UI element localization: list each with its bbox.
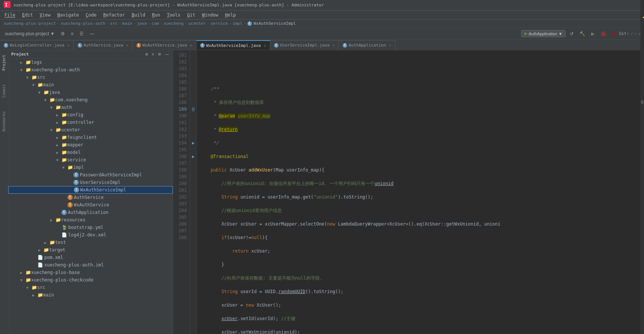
tree-auth-pkg[interactable]: ▼ 📁 auth bbox=[8, 104, 173, 111]
menu-build[interactable]: Build bbox=[129, 12, 148, 18]
tree-feignclient[interactable]: ▶ 📁 feignclient bbox=[8, 134, 173, 141]
bc-com[interactable]: com bbox=[151, 21, 159, 26]
menu-code[interactable]: Code bbox=[83, 12, 100, 18]
tab-authapplication[interactable]: C AuthApplication ✕ bbox=[339, 40, 395, 50]
tree-ucenter[interactable]: ▼ 📁 ucenter bbox=[8, 126, 173, 134]
tab-userserviceimpl[interactable]: C UserServiceImpl.java ✕ bbox=[270, 40, 339, 50]
sync-btn[interactable]: ⚙ bbox=[59, 30, 67, 38]
ln-182: 182 bbox=[176, 59, 187, 65]
tree-checkcode-main[interactable]: ▶ 📁 main bbox=[8, 291, 173, 299]
reload-btn[interactable]: ↺ bbox=[568, 30, 575, 38]
minimize-btn[interactable]: — bbox=[88, 30, 96, 38]
bc-service[interactable]: service bbox=[210, 21, 228, 26]
code-line-196: } bbox=[200, 261, 641, 268]
menu-tools[interactable]: Tools bbox=[164, 12, 183, 18]
tree-resources[interactable]: ▶ 📁 resources bbox=[8, 216, 173, 224]
tree-model[interactable]: ▶ 📁 model bbox=[8, 149, 173, 156]
menu-refactor[interactable]: Refactor bbox=[100, 12, 128, 18]
tree-target[interactable]: ▶ 📁 target bbox=[8, 246, 173, 254]
code-editor[interactable]: 181 182 183 184 185 186 187 188 189 190 … bbox=[173, 50, 644, 334]
gutter-198 bbox=[191, 167, 196, 173]
tree-java[interactable]: ▼ 📁 java bbox=[8, 89, 173, 96]
menu-view[interactable]: View bbox=[37, 12, 54, 18]
menu-git[interactable]: Git bbox=[184, 12, 198, 18]
code-area[interactable]: 181 182 183 184 185 186 187 188 189 190 … bbox=[173, 50, 644, 334]
tree-config[interactable]: ▶ 📁 config bbox=[8, 111, 173, 119]
menu-navigate[interactable]: Navigate bbox=[54, 12, 82, 18]
tree-passwordauthserviceimpl[interactable]: C PasswordAuthServiceImpl bbox=[8, 171, 173, 179]
tree-userserviceimpl[interactable]: C UserServiceImpl bbox=[8, 179, 173, 186]
tab-close-wxlogincontroller[interactable]: ✕ bbox=[67, 43, 70, 47]
bc-xuecheng[interactable]: xuecheng bbox=[164, 21, 184, 26]
scroll-thumb[interactable] bbox=[641, 100, 643, 104]
bc-project[interactable]: xuecheng-plus-project bbox=[4, 21, 56, 26]
run-btn[interactable]: ▶ bbox=[589, 30, 596, 38]
tree-checkcode-src[interactable]: ▼ 📁 src bbox=[8, 284, 173, 291]
project-panel-btn[interactable]: Project bbox=[1, 52, 7, 74]
tree-pom[interactable]: 📄 pom.xml bbox=[8, 254, 173, 261]
tree-mapper[interactable]: ▶ 📁 mapper bbox=[8, 141, 173, 149]
tab-close-authapplication[interactable]: ✕ bbox=[389, 43, 391, 47]
menu-edit[interactable]: Edit bbox=[19, 12, 36, 18]
debug-btn[interactable]: 🐞 bbox=[599, 30, 608, 38]
tree-logs[interactable]: ▶ 📁 logs bbox=[8, 59, 173, 66]
tab-close-userserviceimpl[interactable]: ✕ bbox=[332, 43, 335, 47]
bc-classname[interactable]: WxAuthServiceImpl bbox=[254, 21, 296, 26]
tab-wxauthservice[interactable]: I WxAuthService.java ✕ bbox=[133, 40, 196, 50]
bc-java[interactable]: java bbox=[137, 21, 147, 26]
tree-service[interactable]: ▼ 📁 service bbox=[8, 156, 173, 164]
bc-main[interactable]: main bbox=[122, 21, 132, 26]
tab-authservice[interactable]: C AuthService.java ✕ bbox=[74, 40, 133, 50]
folder-icon-checkcode-src: 📁 bbox=[31, 285, 37, 290]
code-line-184: * 保存用户信息到数据库 bbox=[200, 99, 641, 106]
tab-close-wxauthservice[interactable]: ✕ bbox=[190, 43, 192, 47]
code-content[interactable]: /** * 保存用户信息到数据库 * @param userInfo_map *… bbox=[197, 50, 644, 334]
scrollbar[interactable] bbox=[640, 50, 644, 334]
stop-btn[interactable]: ■ bbox=[610, 30, 617, 38]
arrow-ucenter: ▼ bbox=[50, 128, 55, 132]
tree-iml[interactable]: 📄 xuecheng-plus-auth.iml bbox=[8, 261, 173, 269]
menu-run[interactable]: Run bbox=[149, 12, 163, 18]
settings-btn[interactable]: ☰ bbox=[78, 30, 85, 38]
tree-auth-module[interactable]: ▼ 📁 xuecheng-plus-auth bbox=[8, 66, 173, 74]
tree-test[interactable]: ▶ 📁 test bbox=[8, 239, 173, 246]
menu-window[interactable]: Window bbox=[199, 12, 221, 18]
menu-file[interactable]: File bbox=[1, 12, 18, 18]
tab-wxauthserviceimpl[interactable]: C WxAuthServiceImpl.java ✕ bbox=[196, 40, 270, 50]
tree-main[interactable]: ▼ 📁 main bbox=[8, 81, 173, 89]
tree-log4j2[interactable]: 📄 log4j2-dev.xml bbox=[8, 231, 173, 239]
sidebar-collapse-btn[interactable]: ≡ bbox=[151, 52, 155, 57]
tree-controller[interactable]: ▶ 📁 controller bbox=[8, 119, 173, 126]
sidebar-settings-btn[interactable]: ⚙ bbox=[157, 52, 162, 57]
main-area: Project Commit Bookmarks Project ⊕ ≡ ⚙ —… bbox=[0, 50, 644, 334]
expand-btn[interactable]: ≡ bbox=[69, 30, 75, 38]
bc-module[interactable]: xuecheng-plus-auth bbox=[61, 21, 105, 26]
folder-icon-mapper: 📁 bbox=[61, 142, 67, 147]
tree-checkcode-module[interactable]: ▼ 📁 xuecheng-plus-checkcode bbox=[8, 276, 173, 284]
folder-icon-main: 📁 bbox=[37, 82, 43, 87]
bc-impl[interactable]: impl bbox=[232, 21, 243, 26]
bookmarks-panel-btn[interactable]: Bookmarks bbox=[1, 108, 7, 134]
tab-close-authservice[interactable]: ✕ bbox=[126, 43, 129, 47]
tree-wxauthserviceimpl[interactable]: C WxAuthServiceImpl bbox=[8, 186, 173, 194]
tab-close-wxauthserviceimpl[interactable]: ✕ bbox=[264, 44, 266, 48]
tree-com-xuecheng[interactable]: ▼ 📁 com.xuecheng bbox=[8, 96, 173, 104]
tree-authapplication-file[interactable]: C AuthApplication bbox=[8, 209, 173, 216]
project-dropdown-btn[interactable]: xuecheng-plus-project ▼ bbox=[3, 30, 57, 38]
tab-wxlogincontroller[interactable]: C WxLoginController.java ✕ bbox=[0, 40, 74, 50]
tree-src[interactable]: ▼ 📁 src bbox=[8, 74, 173, 81]
commit-panel-btn[interactable]: Commit bbox=[1, 81, 7, 101]
build-btn[interactable]: 🔨 bbox=[578, 30, 587, 38]
sidebar-locate-btn[interactable]: ⊕ bbox=[144, 52, 149, 57]
gutter-205 bbox=[191, 214, 196, 221]
bc-ucenter[interactable]: ucenter bbox=[188, 21, 205, 26]
tree-impl[interactable]: ▼ 📁 impl bbox=[8, 164, 173, 171]
tree-bootstrap[interactable]: 🍃 bootstrap.yml bbox=[8, 224, 173, 231]
bc-src[interactable]: src bbox=[110, 21, 118, 26]
sidebar-minimize-btn[interactable]: — bbox=[164, 52, 170, 57]
auth-app-dropdown[interactable]: ▶ AuthApplication ▼ bbox=[521, 30, 566, 37]
menu-help[interactable]: Help bbox=[222, 12, 239, 18]
tree-authservice-file[interactable]: I AuthService bbox=[8, 194, 173, 201]
tree-base-module[interactable]: ▶ 📁 xuecheng-plus-base bbox=[8, 269, 173, 276]
tree-wxauthservice-file[interactable]: I WxAuthService bbox=[8, 201, 173, 209]
